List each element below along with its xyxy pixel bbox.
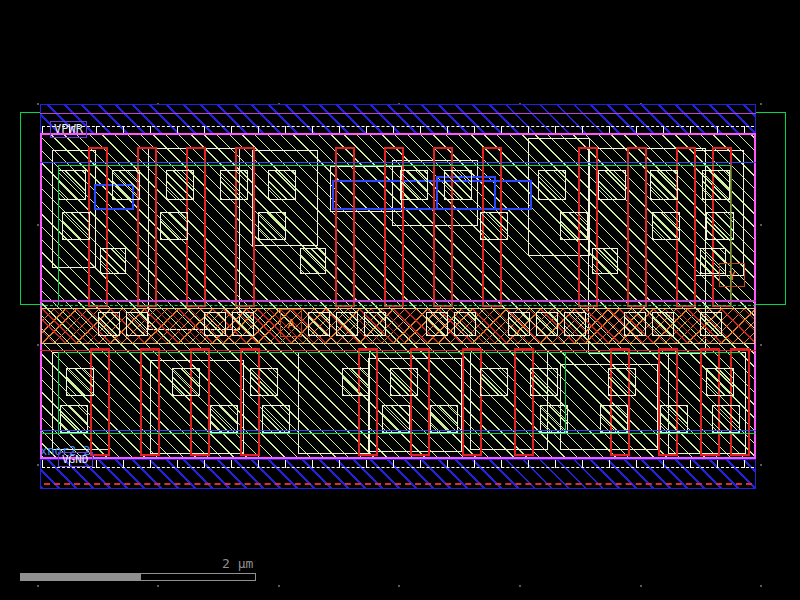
diff-line-bv2 [565, 352, 566, 434]
poly-gate [140, 348, 160, 456]
band-contact-via [364, 312, 386, 336]
nwell-dash-line [40, 305, 756, 306]
contact-via [400, 170, 428, 200]
rail-red-dash [44, 483, 752, 485]
pin-y-text: Y [728, 269, 735, 283]
band-contact-via [98, 312, 120, 336]
grid-dot [37, 103, 39, 105]
poly-gate [240, 348, 260, 456]
implant-line-b [40, 430, 756, 431]
contact-via [530, 368, 558, 396]
grid-dot [37, 464, 39, 466]
grid-dot [640, 585, 642, 587]
contact-via [262, 405, 290, 433]
poly-band [41, 308, 755, 344]
band-contact-via [536, 312, 558, 336]
band-contact-via [308, 312, 330, 336]
scale-bar-text: 2 µm [222, 556, 253, 571]
poly-gate [514, 348, 534, 456]
diff-line-b [58, 352, 742, 353]
contact-via [220, 170, 248, 200]
poly-gate [137, 147, 157, 307]
contact-via [560, 212, 588, 240]
contact-via [660, 405, 688, 433]
band-contact-via [564, 312, 586, 336]
grid-dot [37, 585, 39, 587]
contact-via [650, 170, 678, 200]
grid-dot [519, 585, 521, 587]
contact-via [712, 405, 740, 433]
contact-via [382, 405, 410, 433]
contact-via [480, 368, 508, 396]
implant-line [40, 162, 756, 163]
band-contact-via [204, 312, 226, 336]
contact-via [172, 368, 200, 396]
contact-via [210, 405, 238, 433]
poly-gate [190, 348, 210, 456]
contact-via [390, 368, 418, 396]
poly-gate [410, 348, 430, 456]
rail-inner-line [40, 113, 756, 114]
contact-via [60, 405, 88, 433]
poly-gate [730, 348, 750, 456]
poly-gate [610, 348, 630, 456]
grid-dot [760, 464, 762, 466]
pin-a: A [280, 309, 302, 337]
diff-line-v1 [58, 165, 59, 305]
grid-dot [157, 585, 159, 587]
poly-gate [90, 348, 110, 456]
band-contact-via [700, 312, 722, 336]
contact-via [112, 170, 140, 200]
vpwr-label-text: VPWR [54, 122, 83, 136]
contact-via [540, 405, 568, 433]
contact-via [444, 170, 472, 200]
contact-via [652, 212, 680, 240]
band-contact-via [624, 312, 646, 336]
band-contact-via [454, 312, 476, 336]
contact-via [100, 248, 126, 274]
contact-via [608, 368, 636, 396]
contact-via [480, 212, 508, 240]
pin-y: Y [719, 263, 745, 287]
vgnd-label: VGND [58, 452, 93, 467]
contact-via [598, 170, 626, 200]
contact-via [66, 368, 94, 396]
layout-canvas[interactable]: VPWR xnor2_2 VGND A Y 2 µm [0, 0, 800, 600]
poly-gate [627, 147, 647, 307]
contact-via [538, 170, 566, 200]
pin-a-text: A [287, 317, 294, 331]
scale-bar-label: 2 µm [222, 556, 253, 571]
metal-wire-outline [332, 180, 532, 210]
contact-via [706, 368, 734, 396]
poly-gate [88, 147, 108, 307]
diff-line [58, 165, 730, 166]
poly-gate [700, 348, 720, 456]
band-bottom-line [40, 350, 756, 351]
grid-dot [37, 344, 39, 346]
vgnd-label-text: VGND [62, 453, 89, 466]
grid-dot [760, 585, 762, 587]
vpwr-label: VPWR [50, 121, 87, 138]
grid-dot [398, 585, 400, 587]
band-contact-via [652, 312, 674, 336]
grid-dot [278, 585, 280, 587]
contact-via [62, 212, 90, 240]
contact-via [268, 170, 296, 200]
contact-via [250, 368, 278, 396]
rail-li-dash-bottom [42, 467, 754, 468]
band-top-line [40, 300, 756, 302]
contact-via [258, 212, 286, 240]
grid-dot [760, 103, 762, 105]
contact-via [702, 170, 730, 200]
band-contact-via [232, 312, 254, 336]
band-contact-via [426, 312, 448, 336]
grid-dot [760, 344, 762, 346]
poly-gate [335, 147, 355, 307]
poly-gate [462, 348, 482, 456]
contact-via [342, 368, 370, 396]
contact-via [430, 405, 458, 433]
contact-via [160, 212, 188, 240]
diff-line-bv1 [58, 352, 59, 434]
contact-via [58, 170, 86, 200]
poly-gate [358, 348, 378, 456]
